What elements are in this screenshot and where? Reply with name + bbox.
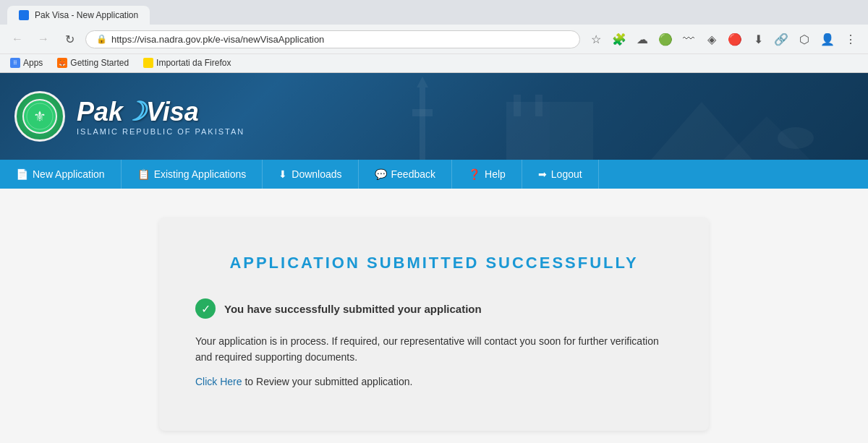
- profile-icon[interactable]: 👤: [817, 29, 838, 49]
- nav-logout-label: Logout: [551, 168, 582, 180]
- downloads-icon: ⬇: [278, 168, 287, 180]
- extension-icon-9[interactable]: ⬡: [794, 29, 814, 49]
- click-here-link[interactable]: Click Here: [195, 376, 242, 387]
- bookmark-importati[interactable]: Importati da Firefox: [140, 56, 234, 69]
- logo-subtitle: ISLAMIC REPUBLIC OF PAKISTAN: [77, 127, 244, 136]
- main-content: APPLICATION SUBMITTED SUCCESSFULLY ✓ You…: [0, 189, 868, 443]
- bookmark-gs-label: Getting Started: [70, 58, 129, 68]
- toolbar-actions: ☆ 🧩 ☁ 🟢 〰 ◈ 🔴 ⬇ 🔗 ⬡ 👤 ⋮: [586, 29, 861, 49]
- address-bar[interactable]: 🔒 https://visa.nadra.gov.pk/e-visa/newVi…: [85, 30, 580, 48]
- site-header: ⚜ Pak☽Visa ISLAMIC REPUBLIC OF PAKISTAN: [0, 73, 868, 160]
- logo-text-area: Pak☽Visa ISLAMIC REPUBLIC OF PAKISTAN: [77, 97, 244, 136]
- extension-icon-4[interactable]: 〰: [678, 29, 699, 49]
- nav-existing-applications[interactable]: 📋 Existing Applications: [122, 160, 263, 189]
- forward-button[interactable]: →: [33, 29, 54, 49]
- success-title: APPLICATION SUBMITTED SUCCESSFULLY: [195, 254, 673, 272]
- success-body-text: Your application is in process. If requi…: [195, 333, 673, 366]
- nav-menu: 📄 New Application 📋 Existing Application…: [0, 160, 868, 189]
- lock-icon: 🔒: [96, 34, 107, 44]
- bookmark-apps-label: Apps: [23, 58, 43, 68]
- extension-icon-3[interactable]: 🟢: [655, 29, 676, 49]
- nav-help[interactable]: ❓ Help: [452, 160, 522, 189]
- tab-title: Pak Visa - New Application: [35, 10, 138, 20]
- help-icon: ❓: [468, 168, 480, 180]
- bookmark-star-icon[interactable]: ☆: [586, 29, 606, 49]
- svg-text:⚜: ⚜: [33, 108, 46, 124]
- ff-favicon: [143, 58, 153, 68]
- logo-moon: ☽: [123, 97, 146, 126]
- bookmark-apps[interactable]: ⠿ Apps: [7, 56, 46, 69]
- svg-point-9: [778, 127, 814, 149]
- extension-icon-2[interactable]: ☁: [632, 29, 652, 49]
- svg-rect-6: [550, 102, 593, 160]
- extension-icon-6[interactable]: 🔴: [725, 29, 745, 49]
- bookmarks-bar: ⠿ Apps 🦊 Getting Started Importati da Fi…: [0, 53, 868, 72]
- bookmark-ff-label: Importati da Firefox: [156, 58, 231, 68]
- nav-logout[interactable]: ➡ Logout: [522, 160, 599, 189]
- extension-icon-7[interactable]: ⬇: [748, 29, 768, 49]
- tab-favicon: [19, 10, 29, 20]
- extension-icon-5[interactable]: ◈: [702, 29, 722, 49]
- nav-downloads[interactable]: ⬇ Downloads: [263, 160, 358, 189]
- success-link-row: Click Here to Review your submitted appl…: [195, 376, 673, 387]
- logout-icon: ➡: [538, 168, 547, 180]
- success-bold-message: You have successfully submitted your app…: [224, 303, 482, 315]
- link-suffix-text: to Review your submitted application.: [242, 376, 413, 387]
- bookmark-getting-started[interactable]: 🦊 Getting Started: [54, 56, 132, 69]
- header-logo-area: ⚜ Pak☽Visa ISLAMIC REPUBLIC OF PAKISTAN: [0, 91, 244, 142]
- svg-rect-0: [420, 87, 425, 160]
- active-tab[interactable]: Pak Visa - New Application: [7, 6, 150, 25]
- nav-feedback[interactable]: 💬 Feedback: [359, 160, 452, 189]
- nav-new-application[interactable]: 📄 New Application: [0, 160, 122, 189]
- getting-started-favicon: 🦊: [57, 58, 67, 68]
- new-application-icon: 📄: [16, 168, 28, 180]
- logo-visa: Visa: [146, 97, 199, 126]
- extension-icon-1[interactable]: 🧩: [609, 29, 629, 49]
- existing-applications-icon: 📋: [137, 168, 150, 180]
- apps-favicon: ⠿: [10, 58, 20, 68]
- success-card: APPLICATION SUBMITTED SUCCESSFULLY ✓ You…: [159, 218, 709, 431]
- svg-rect-3: [506, 102, 550, 160]
- extension-icon-8[interactable]: 🔗: [771, 29, 791, 49]
- browser-chrome: Pak Visa - New Application ← → ↻ 🔒 https…: [0, 0, 868, 73]
- nav-help-label: Help: [485, 168, 506, 180]
- reload-button[interactable]: ↻: [59, 29, 80, 49]
- feedback-icon: 💬: [375, 168, 387, 180]
- logo-pakvisa: Pak☽Visa: [77, 97, 244, 127]
- logo-pak: Pak: [77, 97, 123, 126]
- svg-rect-5: [535, 95, 542, 116]
- success-check-icon: ✓: [195, 298, 216, 319]
- browser-tabs: Pak Visa - New Application: [0, 0, 868, 25]
- success-message-row: ✓ You have successfully submitted your a…: [195, 298, 673, 319]
- nav-feedback-label: Feedback: [391, 168, 435, 180]
- menu-icon[interactable]: ⋮: [841, 29, 861, 49]
- nav-existing-applications-label: Existing Applications: [154, 168, 247, 180]
- logo-emblem: ⚜: [14, 91, 65, 142]
- url-text: https://visa.nadra.gov.pk/e-visa/newVisa…: [111, 34, 569, 45]
- svg-marker-1: [417, 77, 428, 87]
- browser-toolbar: ← → ↻ 🔒 https://visa.nadra.gov.pk/e-visa…: [0, 25, 868, 53]
- back-button[interactable]: ←: [7, 29, 27, 49]
- nav-downloads-label: Downloads: [292, 168, 341, 180]
- svg-rect-2: [412, 109, 433, 116]
- nav-new-application-label: New Application: [33, 168, 105, 180]
- svg-rect-4: [514, 95, 521, 116]
